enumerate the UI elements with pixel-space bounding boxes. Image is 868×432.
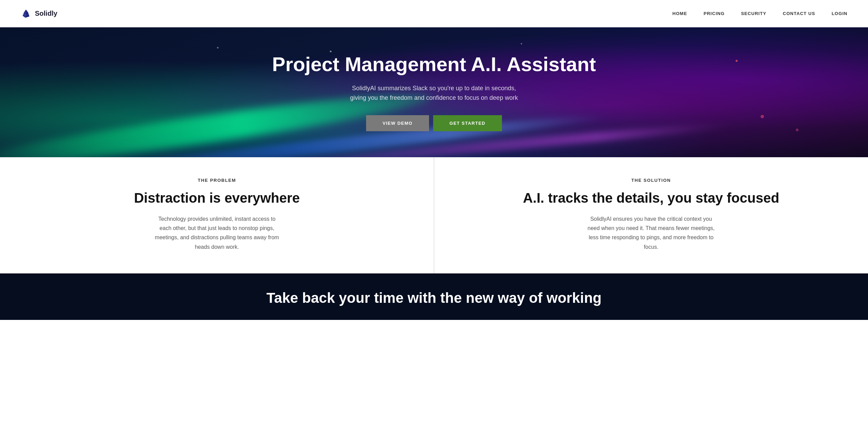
problem-heading: Distraction is everywhere (27, 190, 406, 206)
hero-buttons: VIEW DEMO GET STARTED (272, 115, 596, 131)
nav-contact[interactable]: CONTACT US (783, 11, 815, 16)
problem-label: THE PROBLEM (27, 178, 406, 183)
bottom-teaser-title: Take back your time with the new way of … (21, 290, 847, 306)
hero-subtitle-line1: SolidlyAI summarizes Slack so you're up … (352, 85, 516, 92)
nav-home[interactable]: HOME (672, 11, 687, 16)
nav-pricing[interactable]: PRICING (703, 11, 724, 16)
hero-section: Project Management A.I. Assistant Solidl… (0, 27, 868, 157)
logo-area[interactable]: Solidly (21, 8, 57, 19)
solution-label: THE SOLUTION (462, 178, 841, 183)
logo-icon (21, 8, 31, 19)
hero-subtitle: SolidlyAI summarizes Slack so you're up … (338, 83, 530, 103)
solution-column: THE SOLUTION A.I. tracks the details, yo… (434, 157, 868, 273)
problem-body: Technology provides unlimited, instant a… (152, 214, 282, 252)
hero-content: Project Management A.I. Assistant Solidl… (265, 53, 603, 131)
site-header: Solidly HOME PRICING SECURITY CONTACT US… (0, 0, 868, 27)
problem-column: THE PROBLEM Distraction is everywhere Te… (0, 157, 434, 273)
hero-dot-5 (796, 129, 799, 131)
hero-title: Project Management A.I. Assistant (272, 53, 596, 75)
hero-dot-4 (761, 115, 764, 118)
main-nav: HOME PRICING SECURITY CONTACT US LOGIN (672, 11, 847, 16)
logo-text: Solidly (35, 10, 57, 17)
nav-security[interactable]: SECURITY (741, 11, 766, 16)
hero-dot-2 (521, 43, 522, 44)
view-demo-button[interactable]: VIEW DEMO (366, 115, 429, 131)
bottom-teaser-section: Take back your time with the new way of … (0, 273, 868, 320)
problem-solution-section: THE PROBLEM Distraction is everywhere Te… (0, 157, 868, 273)
hero-subtitle-line2: giving you the freedom and confidence to… (350, 94, 518, 101)
solution-heading: A.I. tracks the details, you stay focuse… (462, 190, 841, 206)
solution-body: SolidlyAI ensures you have the critical … (586, 214, 716, 252)
get-started-button[interactable]: GET STARTED (433, 115, 502, 131)
nav-login[interactable]: LOGIN (832, 11, 847, 16)
